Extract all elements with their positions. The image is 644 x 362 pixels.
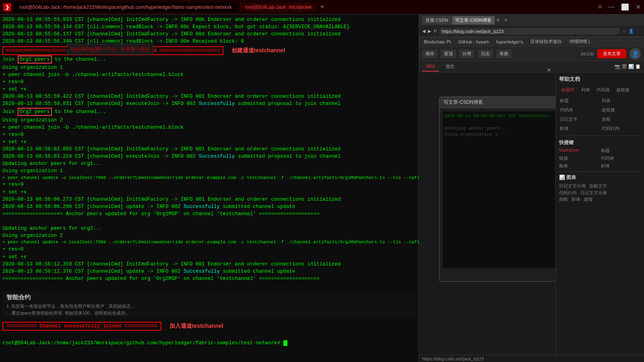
dialog-title: 写文章-CSDN博客 bbox=[444, 99, 483, 106]
terminal-line: 2020-08-13 08:56:12.359 CST [channelCmd]… bbox=[2, 261, 416, 268]
browser-tab-csdn[interactable]: 首搜 CSDN bbox=[422, 16, 451, 25]
terminal-line: 2020-08-13 08:55:56.134 CST [cli.common]… bbox=[2, 23, 416, 31]
smart-contract-title: 智能合约 bbox=[6, 294, 412, 301]
shortcut-italic: 斜体 bbox=[601, 163, 641, 169]
smart-contract-desc2: ... 通过query查询初始化所有, 初始话来100，说明初始化成功... bbox=[6, 310, 412, 317]
terminal-line: Updating anchor peers for org1... bbox=[2, 160, 416, 167]
main-layout: 2020-08-13 08:55:55.933 CST [channelCmd]… bbox=[0, 14, 644, 362]
terminal-line: + set +x bbox=[2, 189, 416, 196]
bookmark-icon[interactable]: ☆ bbox=[622, 29, 626, 34]
browser-tab-close[interactable]: ✕ bbox=[496, 18, 500, 23]
editor-tabs: 编辑 预览 📷 🎬 📊 📋 bbox=[419, 61, 644, 72]
avatar: 👤 bbox=[630, 48, 641, 60]
org1-join-row: Join Org1 peers to the channel... Org1和O… bbox=[2, 56, 416, 63]
terminal-line: Join Org2 peers to the channel... bbox=[2, 108, 416, 115]
tips-content: 日记文字示例 加粗文字 代码行内 日记文字示例 加粗 斜体 超链 bbox=[559, 183, 641, 203]
terminal-line: 2020-08-13 08:56:12.376 CST [channelCmd]… bbox=[2, 268, 416, 275]
address-input[interactable] bbox=[440, 28, 619, 35]
browser-tab-write[interactable]: 写文章-CSDN博客 bbox=[452, 16, 495, 25]
refresh-icon[interactable]: ↻ bbox=[433, 29, 437, 34]
help-panel-tabs: 标题栏 列表 代码块 超链接 bbox=[559, 86, 641, 94]
terminal-line: + res=0 bbox=[2, 246, 416, 253]
window-controls: ≡ — ⬜ ✕ bbox=[598, 3, 641, 11]
terminal-content: 2020-08-13 08:55:55.933 CST [channelCmd]… bbox=[2, 16, 416, 347]
editor-dialog: 写文章-CSDN博客 2020-08-13 08:55:59.831 CST e… bbox=[439, 97, 555, 282]
shortcuts-section-title: 快捷键 bbox=[559, 139, 641, 146]
grid-item-2: 列表 bbox=[601, 97, 641, 105]
tab-link[interactable]: 超链接 bbox=[614, 86, 632, 94]
terminal-line: 2020-08-13 08:55:56.137 CST [channelCmd]… bbox=[2, 31, 416, 38]
org1-highlight: Org1 peers bbox=[18, 56, 52, 64]
menu-icon[interactable]: ≡ bbox=[598, 3, 602, 11]
terminal-line: 2020-08-13 08:56:02.895 CST [channelCmd]… bbox=[2, 146, 416, 153]
dialog-content: 2020-08-13 08:55:59.831 CST executeJoin.… bbox=[440, 108, 555, 272]
org2-highlight: Org2 peers bbox=[18, 108, 52, 116]
valid-button[interactable]: 有效 bbox=[496, 49, 512, 58]
channel-created-row: ==================== Channel 'testchanne… bbox=[2, 46, 416, 55]
terminal-line: Using organization 1 bbox=[2, 167, 416, 175]
terminal-line bbox=[2, 282, 416, 290]
smart-contract-block: 智能合约 1. 先安装一名组合的节点，首先包含用户和出用户，其初始状态... .… bbox=[2, 291, 416, 319]
tab-code[interactable]: 代码块 bbox=[594, 86, 612, 94]
terminal-line: + res=0 bbox=[2, 131, 416, 138]
terminal-line bbox=[2, 332, 416, 339]
grid-item-4: 超链接 bbox=[601, 106, 641, 114]
save-button[interactable]: 保存 bbox=[422, 49, 438, 58]
new-tab-button[interactable]: + bbox=[320, 3, 324, 11]
channel-joined-line: ========== Channel successfully joined =… bbox=[2, 322, 161, 331]
publish-button[interactable]: 发布文章 bbox=[597, 49, 626, 58]
account-icon[interactable]: 👤 bbox=[628, 29, 634, 34]
tab-preview[interactable]: 预览 bbox=[442, 62, 458, 71]
shortcut-code: 代码块 bbox=[601, 155, 641, 161]
bookmark-item-1[interactable]: Blockchain Pl- bbox=[421, 39, 454, 45]
org2-join-row: Join Org2 peers to the channel... bbox=[2, 108, 416, 115]
terminal-line: + set +x bbox=[2, 138, 416, 146]
terminal-line: ==================== Anchor peers update… bbox=[2, 275, 416, 282]
tab-title[interactable]: 标题栏 bbox=[559, 86, 577, 94]
terminal-line: 2020-08-13 08:55:59.831 CST [channelCmd]… bbox=[2, 100, 416, 107]
address-bar: ◀ ▶ ↻ ☆ 👤 ⋮ bbox=[419, 26, 644, 37]
terminal-line: 2020-08-13 08:55:56.340 CST [cli.common]… bbox=[2, 38, 416, 45]
bookmark-item-4[interactable]: 区块链技术项目- bbox=[528, 38, 566, 45]
top-button[interactable]: 置顶 bbox=[441, 49, 456, 58]
word-count: 36/100 bbox=[580, 51, 594, 56]
category-button[interactable]: 分类 bbox=[459, 49, 475, 58]
terminal-line: 2020-08-13 08:56:06.273 CST [channelCmd]… bbox=[2, 196, 416, 203]
bookmarks-bar: Blockchain Pl- GitHub - hypert- hyperled… bbox=[419, 37, 644, 47]
channel-joined-annotation: 加入通道testchannel bbox=[169, 323, 223, 330]
smart-contract-desc1: 1. 先安装一名组合的节点，首先包含用户和出用户，其初始状态... bbox=[6, 303, 412, 310]
editor-toolbar: 保存 置顶 分类 日志 有效 36/100 发布文章 👤 bbox=[419, 47, 644, 61]
titlebar-tab-1[interactable]: root@504Lab-Jack: /home/jack233/Workspac… bbox=[14, 3, 237, 12]
maximize-button[interactable]: ⬜ bbox=[621, 3, 629, 11]
org-popup-label: Org1和Org2两个节点，对应两个组织 bbox=[67, 44, 153, 55]
titlebar-tab-2[interactable]: root@504Lab-Jack: /etc/docker bbox=[240, 3, 317, 12]
bookmark-item-3[interactable]: hyperledger's- bbox=[494, 39, 526, 45]
new-browser-tab[interactable]: + bbox=[504, 16, 508, 24]
grid-item-5: 日记文字 bbox=[559, 115, 599, 123]
bookmark-item-5[interactable]: 哔哩哔哩 ( bbox=[567, 38, 592, 45]
page-url: https://blog.csdn.net/jack_zj123 bbox=[422, 356, 484, 361]
tab-list[interactable]: 列表 bbox=[579, 86, 592, 94]
right-panel: 首搜 CSDN 写文章-CSDN博客 ✕ + ◀ ▶ ↻ ☆ 👤 ⋮ Block… bbox=[419, 14, 644, 362]
editor-main[interactable]: 写文章-CSDN博客 2020-08-13 08:55:59.831 CST e… bbox=[419, 72, 555, 355]
terminal-icon: ❯ bbox=[3, 3, 11, 11]
minimize-button[interactable]: — bbox=[608, 3, 615, 11]
close-button[interactable]: ✕ bbox=[636, 3, 641, 11]
terminal-line: + peer channel join -b ./channel-artifac… bbox=[2, 124, 416, 131]
shortcut-markdown: Markdown bbox=[559, 148, 599, 154]
terminal-line: Using organization 1 bbox=[2, 64, 416, 71]
log-button[interactable]: 日志 bbox=[478, 49, 493, 58]
shortcut-link: 链接 bbox=[559, 155, 599, 161]
terminal-prompt: root@504Lab-Jack:/home/jack233/Workspace… bbox=[2, 339, 416, 347]
tab-edit[interactable]: 编辑 bbox=[422, 62, 439, 72]
grid-item-3: 代码块 bbox=[559, 106, 599, 114]
browser-tabs: 首搜 CSDN 写文章-CSDN博客 ✕ + bbox=[419, 14, 644, 26]
menu-dots-icon[interactable]: ⋮ bbox=[636, 29, 641, 34]
forward-icon[interactable]: ▶ bbox=[428, 29, 431, 34]
terminal-area[interactable]: 2020-08-13 08:55:55.933 CST [channelCmd]… bbox=[0, 14, 419, 362]
status-bar: https://blog.csdn.net/jack_zj123 bbox=[419, 355, 644, 362]
back-icon[interactable]: ◀ bbox=[422, 29, 425, 34]
bookmark-item-2[interactable]: GitHub - hypert- bbox=[456, 39, 492, 45]
terminal-line: 2020-08-13 08:56:06.290 CST [channelCmd]… bbox=[2, 203, 416, 210]
titlebar: ❯ root@504Lab-Jack: /home/jack233/Worksp… bbox=[0, 0, 644, 14]
